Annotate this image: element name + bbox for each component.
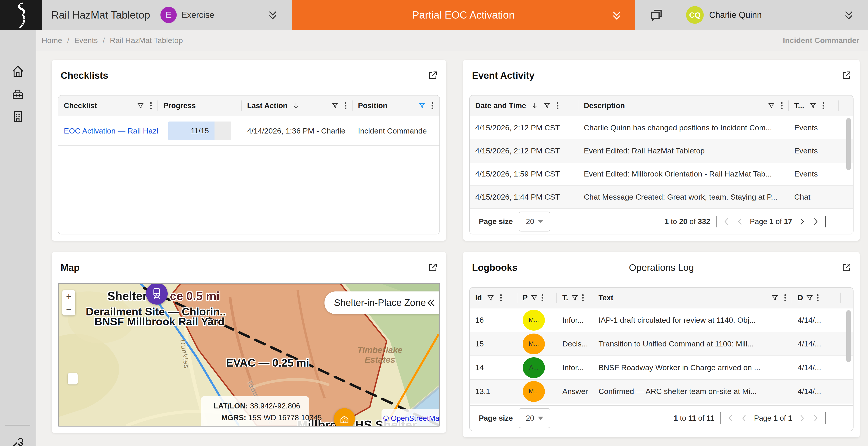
column-header-id[interactable]: Id bbox=[470, 288, 517, 308]
breadcrumb-home[interactable]: Home bbox=[42, 36, 62, 45]
filter-icon[interactable] bbox=[331, 102, 339, 109]
filter-icon[interactable] bbox=[806, 294, 813, 301]
open-map-icon[interactable] bbox=[428, 262, 438, 273]
collapse-panel-icon[interactable] bbox=[426, 297, 436, 308]
first-page-button[interactable] bbox=[727, 414, 735, 423]
coordinate-readout: LAT/LON: 38.942/-92.806 MGRS: 15S WD 167… bbox=[201, 396, 309, 426]
event-activity-pagination: Page size 20 1 to 20 of 332 Page 1 of 17 bbox=[470, 209, 853, 234]
building-icon[interactable] bbox=[11, 109, 25, 124]
kebab-menu-icon[interactable] bbox=[541, 294, 544, 302]
filter-icon[interactable] bbox=[137, 102, 144, 109]
column-header-position[interactable]: Position bbox=[352, 95, 439, 116]
filter-active-icon[interactable] bbox=[418, 102, 426, 109]
activity-row[interactable]: 4/15/2026, 1:59 PM CST Event Edited: Mil… bbox=[470, 162, 853, 186]
kebab-menu-icon[interactable] bbox=[556, 102, 559, 110]
sort-desc-icon[interactable] bbox=[292, 102, 300, 109]
open-event-activity-icon[interactable] bbox=[841, 70, 852, 81]
filter-icon[interactable] bbox=[771, 294, 779, 301]
map-canvas[interactable]: Dunkles Tebuco Court Shelter-in- ce 0.5 … bbox=[58, 283, 440, 426]
kebab-menu-icon[interactable] bbox=[581, 294, 585, 302]
sort-desc-icon[interactable] bbox=[531, 102, 538, 109]
kebab-menu-icon[interactable] bbox=[344, 102, 347, 110]
filter-icon[interactable] bbox=[768, 102, 775, 109]
column-header-description[interactable]: Description bbox=[578, 95, 789, 116]
open-logbooks-icon[interactable] bbox=[841, 262, 852, 273]
checklist-link[interactable]: EOC Activation — Rail HazM bbox=[64, 127, 158, 135]
derailment-marker[interactable] bbox=[146, 283, 168, 305]
next-page-button[interactable] bbox=[798, 414, 806, 423]
column-header-checklist[interactable]: Checklist bbox=[58, 95, 158, 116]
scrollbar-thumb[interactable] bbox=[846, 118, 851, 170]
neighborhood-label: TimberlakeEstates bbox=[346, 345, 414, 365]
column-header-date-time[interactable]: Date and Time bbox=[470, 95, 578, 116]
school-icon bbox=[339, 413, 350, 424]
last-page-button[interactable] bbox=[812, 414, 819, 423]
page-size-select[interactable]: 20 bbox=[519, 408, 550, 428]
previous-page-button[interactable] bbox=[740, 414, 748, 423]
logbook-row[interactable]: 16 M... Infor... IAP-1 draft circulated … bbox=[470, 309, 853, 332]
logbook-row[interactable]: 14 A... Infor... BNSF Roadway Worker in … bbox=[470, 356, 853, 380]
app-logo[interactable] bbox=[0, 0, 42, 30]
row-range-label: 1 to 20 of 332 bbox=[664, 217, 710, 226]
event-menu-chevron-icon[interactable] bbox=[266, 8, 279, 22]
previous-page-button[interactable] bbox=[736, 217, 744, 226]
checklists-title: Checklists bbox=[61, 70, 108, 81]
home-icon[interactable] bbox=[11, 64, 25, 78]
sidebar-divider bbox=[5, 425, 30, 426]
map-title: Map bbox=[61, 262, 80, 273]
avatar[interactable]: CQ bbox=[686, 6, 704, 24]
filter-icon[interactable] bbox=[487, 294, 494, 301]
column-header-type[interactable]: T. bbox=[557, 288, 593, 308]
user-name[interactable]: Charlie Quinn bbox=[709, 10, 762, 20]
breadcrumb-separator: / bbox=[67, 36, 69, 45]
column-header-type[interactable]: T... bbox=[789, 95, 839, 116]
activation-chevron-icon[interactable] bbox=[610, 9, 623, 22]
logbook-row[interactable]: 13.1 M... Answer Confirmed — ARC shelter… bbox=[470, 380, 853, 404]
activity-row[interactable]: 4/15/2026, 2:12 PM CST Event Edited: Rai… bbox=[470, 139, 853, 162]
column-header-text[interactable]: Text bbox=[593, 288, 792, 308]
filter-icon[interactable] bbox=[809, 102, 817, 109]
column-header-priority[interactable]: P bbox=[517, 288, 557, 308]
shelter-marker[interactable] bbox=[334, 408, 355, 426]
column-header-last-action[interactable]: Last Action bbox=[242, 95, 352, 116]
filter-icon[interactable] bbox=[543, 102, 551, 109]
next-page-button[interactable] bbox=[798, 217, 806, 226]
filter-icon[interactable] bbox=[571, 294, 579, 301]
checklist-row[interactable]: EOC Activation — Rail HazM 11/15 4/14/20… bbox=[58, 116, 439, 146]
scrollbar-thumb[interactable] bbox=[846, 310, 851, 362]
row-range-label: 1 to 11 of 11 bbox=[674, 414, 714, 422]
last-page-button[interactable] bbox=[812, 217, 819, 226]
kebab-menu-icon[interactable] bbox=[431, 102, 434, 110]
admin-tools-icon[interactable] bbox=[11, 436, 25, 446]
kebab-menu-icon[interactable] bbox=[499, 294, 502, 302]
chat-icon[interactable] bbox=[649, 7, 664, 23]
logbooks-title: Logbooks bbox=[472, 262, 518, 273]
activation-banner[interactable]: Partial EOC Activation bbox=[292, 0, 635, 30]
zone-layer-label: Shelter-in-Place Zone bbox=[334, 297, 426, 308]
logbook-row[interactable]: 15 M... Decis... Transition to Unified C… bbox=[470, 332, 853, 356]
kebab-menu-icon[interactable] bbox=[816, 294, 819, 302]
toolbox-icon[interactable] bbox=[11, 87, 25, 101]
zoom-out-button[interactable]: − bbox=[62, 303, 75, 315]
mgrs-label: MGRS: bbox=[221, 413, 246, 422]
kebab-menu-icon[interactable] bbox=[780, 102, 783, 110]
filter-icon[interactable] bbox=[530, 294, 538, 301]
user-menu-chevron-icon[interactable] bbox=[842, 8, 855, 22]
pager-divider bbox=[716, 216, 717, 227]
activity-row[interactable]: 4/15/2026, 2:12 PM CST Charlie Quinn has… bbox=[470, 116, 853, 139]
activity-row[interactable]: 4/15/2026, 1:44 PM CST Chat Message Crea… bbox=[470, 186, 853, 209]
zoom-in-button[interactable]: + bbox=[62, 290, 75, 303]
kebab-menu-icon[interactable] bbox=[784, 294, 787, 302]
first-page-button[interactable] bbox=[723, 217, 731, 226]
open-checklists-icon[interactable] bbox=[428, 70, 438, 81]
openstreetmap-link[interactable]: © OpenStreetMap bbox=[383, 414, 440, 423]
page-size-select[interactable]: 20 bbox=[519, 212, 550, 231]
kebab-menu-icon[interactable] bbox=[149, 102, 153, 110]
kebab-menu-icon[interactable] bbox=[822, 102, 825, 110]
top-bar: Rail HazMat Tabletop E Exercise Partial … bbox=[0, 0, 868, 30]
column-header-date[interactable]: D bbox=[792, 288, 841, 308]
column-header-progress[interactable]: Progress bbox=[158, 95, 242, 116]
map-mini-control[interactable] bbox=[68, 373, 78, 384]
breadcrumb: Home / Events / Rail HazMat Tabletop Inc… bbox=[36, 30, 868, 51]
breadcrumb-events[interactable]: Events bbox=[74, 36, 98, 45]
